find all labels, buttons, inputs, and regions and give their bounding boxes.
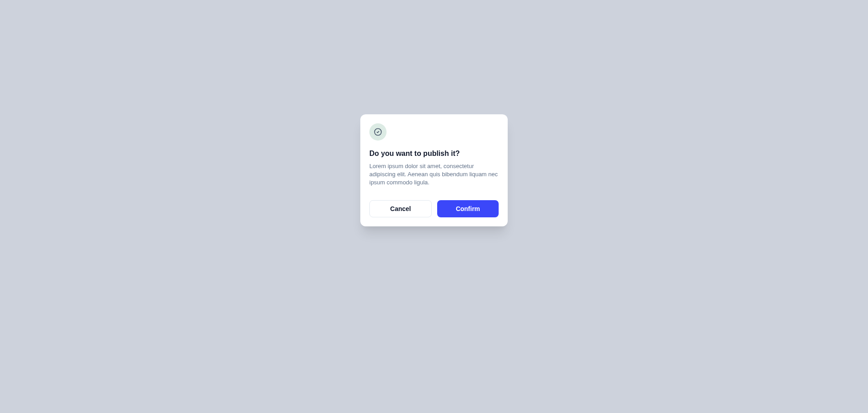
dialog-actions: Cancel Confirm	[369, 200, 499, 217]
confirm-dialog: Do you want to publish it? Lorem ipsum d…	[360, 114, 508, 227]
cancel-button[interactable]: Cancel	[369, 200, 432, 217]
dialog-title: Do you want to publish it?	[369, 150, 499, 158]
dialog-overlay: Do you want to publish it? Lorem ipsum d…	[0, 0, 868, 413]
check-circle-icon	[373, 127, 382, 136]
icon-container	[369, 123, 387, 141]
confirm-button[interactable]: Confirm	[437, 200, 499, 217]
dialog-description: Lorem ipsum dolor sit amet, consectetur …	[369, 162, 499, 187]
